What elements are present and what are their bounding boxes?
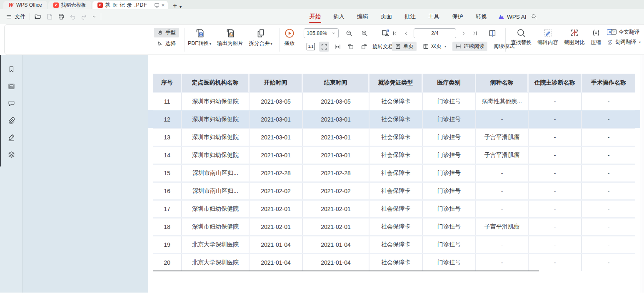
single-page-button[interactable]: 单页 xyxy=(392,42,417,51)
header-cell: 序号 xyxy=(153,74,182,92)
cursor-icon xyxy=(157,41,163,47)
comments-panel-button[interactable] xyxy=(7,99,16,108)
first-page-button[interactable] xyxy=(391,28,399,38)
menu-tab-convert[interactable]: 转换 xyxy=(469,9,493,24)
table-cell: 2021-03-01 xyxy=(303,129,369,146)
search-icon[interactable] xyxy=(531,13,537,20)
table-cell: - xyxy=(582,129,635,146)
find-replace-label: 查找替换 xyxy=(511,39,532,46)
layers-panel-button[interactable] xyxy=(7,150,16,159)
wps-logo-icon: W xyxy=(8,2,14,8)
attachments-panel-button[interactable] xyxy=(7,116,16,125)
rotate-left-button[interactable] xyxy=(346,42,356,52)
table-cell: 2021-01-04 xyxy=(250,254,303,271)
thumbnails-panel-button[interactable] xyxy=(7,82,16,91)
actual-size-button[interactable]: 1:1 xyxy=(306,42,316,52)
tab-document-pdf[interactable]: P 就 医 记 录 .PDF × xyxy=(92,1,168,9)
edit-content-button[interactable]: 编辑内容 xyxy=(537,28,558,46)
next-page-button[interactable] xyxy=(460,28,467,38)
menu-bar: 文件 开始 插入 编辑 页面 批注 工具 保护 转换 xyxy=(0,9,644,24)
menu-tab-tools[interactable]: 工具 xyxy=(422,9,446,24)
full-translate-button[interactable]: A字 全文翻译 xyxy=(607,29,639,36)
image-icon xyxy=(7,82,15,90)
tab-list-chevron-icon[interactable]: ▾ xyxy=(180,5,182,9)
pdf-convert-button[interactable]: W PDF转换▾ xyxy=(188,28,211,47)
table-cell: 病毒性其他疾... xyxy=(476,93,529,110)
undo-redo-chevron-icon[interactable] xyxy=(92,14,97,19)
close-tab-icon[interactable]: × xyxy=(161,2,165,8)
page-indicator: 2/4 xyxy=(431,30,438,36)
pdf-page[interactable]: 序号定点医药机构名称开始时间结束时间就诊凭证类型医疗类别病种名称住院主诊断名称手… xyxy=(148,55,641,293)
monitor-icon[interactable] xyxy=(154,2,160,8)
hand-tool-label: 手型 xyxy=(165,29,176,36)
compress-button[interactable]: 压缩 xyxy=(591,28,601,46)
table-cell: - xyxy=(529,129,582,146)
new-tab-button[interactable]: + xyxy=(173,2,177,9)
table-cell: 北京大学深圳医院 xyxy=(182,254,250,271)
ribbon-toolbar: 手型 选择 W PDF转换▾ 输出为图片 拆分合并▾ 播放 105.88% xyxy=(4,24,644,55)
navigation-panel[interactable] xyxy=(23,55,148,293)
tab-label: WPS Office xyxy=(16,2,42,8)
hand-tool-button[interactable]: 手型 xyxy=(154,28,179,37)
wps-ai-button[interactable]: WPS AI xyxy=(498,9,527,24)
page-number-input[interactable]: 2/4 xyxy=(414,28,456,38)
export-image-label: 输出为图片 xyxy=(217,40,243,47)
fit-width-icon xyxy=(334,43,341,50)
redo-button[interactable] xyxy=(80,13,87,20)
header-cell: 病种名称 xyxy=(476,74,529,92)
pdf-logo-icon: P xyxy=(97,2,103,8)
menu-tab-edit[interactable]: 编辑 xyxy=(351,9,374,24)
svg-text:W: W xyxy=(200,33,202,36)
double-page-button[interactable]: 双页 ▾ xyxy=(420,42,449,51)
continuous-read-button[interactable]: 连续阅读 xyxy=(452,42,487,51)
menu-tab-comment[interactable]: 批注 xyxy=(398,9,422,24)
table-cell: 19 xyxy=(153,236,182,253)
print-button[interactable] xyxy=(57,13,65,20)
table-cell: - xyxy=(529,165,582,181)
zoom-level-select[interactable]: 105.88% xyxy=(304,28,339,38)
tab-docer-templates[interactable]: 找稻壳模板 xyxy=(48,1,91,9)
select-tool-button[interactable]: 选择 xyxy=(154,39,179,49)
table-cell: 2021-02-01 xyxy=(303,219,369,235)
table-cell: - xyxy=(582,219,635,235)
table-cell: 门诊挂号 xyxy=(423,129,476,146)
table-cell: - xyxy=(582,236,635,253)
screenshot-compare-button[interactable]: 截图对比 xyxy=(564,28,585,46)
table-cell: 社会保障卡 xyxy=(369,111,423,128)
table-cell: 门诊挂号 xyxy=(423,165,476,181)
export-as-image-button[interactable]: 输出为图片 xyxy=(217,28,243,47)
tab-wps-home[interactable]: W WPS Office xyxy=(3,1,47,9)
previous-page-button[interactable] xyxy=(402,28,410,38)
table-cell: - xyxy=(529,183,582,199)
open-file-button[interactable] xyxy=(34,13,42,20)
table-cell: 2021-01-04 xyxy=(250,236,303,253)
compress-label: 压缩 xyxy=(591,39,601,46)
chevron-down-icon: ▾ xyxy=(271,42,272,46)
layers-icon xyxy=(7,151,15,159)
undo-button[interactable] xyxy=(69,13,76,20)
table-cell: 社会保障卡 xyxy=(369,201,423,217)
last-page-button[interactable] xyxy=(471,28,479,38)
single-page-icon xyxy=(395,43,401,50)
signature-panel-button[interactable] xyxy=(7,133,16,142)
vertical-scrollbar[interactable] xyxy=(641,55,644,293)
rotate-doc-label[interactable]: 旋转文档 xyxy=(372,43,393,50)
table-cell: 2021-02-02 xyxy=(303,183,369,199)
ribbon-tabs: 开始 插入 编辑 页面 批注 工具 保护 转换 xyxy=(303,9,493,24)
save-button[interactable] xyxy=(46,13,53,20)
find-replace-button[interactable]: 查找替换 xyxy=(511,28,532,46)
menu-tab-insert[interactable]: 插入 xyxy=(327,9,351,24)
rotate-right-button[interactable] xyxy=(359,42,369,52)
fit-width-button[interactable] xyxy=(332,42,342,52)
zoom-out-button[interactable] xyxy=(344,28,354,38)
split-merge-button[interactable]: 拆分合并▾ xyxy=(249,28,272,47)
zoom-in-button[interactable] xyxy=(359,28,369,38)
divider xyxy=(505,28,506,52)
file-menu-button[interactable]: 文件 xyxy=(6,13,25,20)
menu-tab-home[interactable]: 开始 xyxy=(303,9,327,24)
word-translate-button[interactable]: A 划词翻译 ▾ xyxy=(607,39,641,46)
menu-tab-protect[interactable]: 保护 xyxy=(446,9,469,24)
menu-tab-page[interactable]: 页面 xyxy=(374,9,398,24)
bookmarks-panel-button[interactable] xyxy=(7,65,16,74)
fit-page-button[interactable] xyxy=(319,42,329,52)
